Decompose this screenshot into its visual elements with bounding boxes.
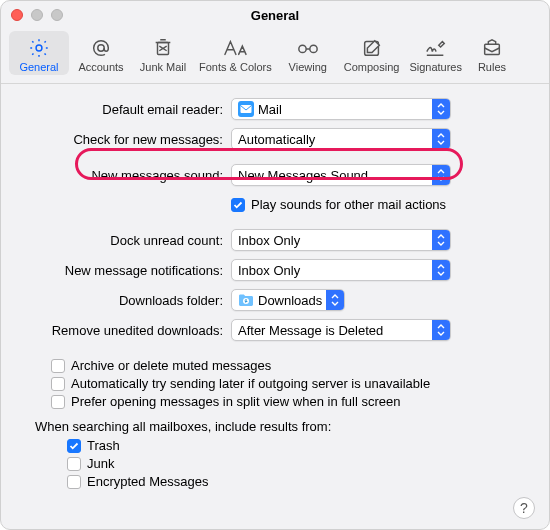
tab-label: Accounts: [78, 61, 123, 73]
check-new-select[interactable]: Automatically: [231, 128, 451, 150]
downloads-value: Downloads: [258, 293, 326, 308]
remove-unedited-value: After Message is Deleted: [238, 323, 432, 338]
minimize-icon[interactable]: [31, 9, 43, 21]
help-button[interactable]: ?: [513, 497, 535, 519]
rules-icon: [481, 35, 503, 61]
zoom-icon[interactable]: [51, 9, 63, 21]
checkbox-icon: [67, 439, 81, 453]
compose-icon: [361, 35, 383, 61]
checkbox-icon: [67, 475, 81, 489]
svg-point-0: [36, 45, 42, 51]
window-controls: [11, 9, 63, 21]
split-view-checkbox[interactable]: Prefer opening messages in split view wh…: [51, 394, 531, 409]
dock-unread-value: Inbox Only: [238, 233, 432, 248]
mail-app-icon: [238, 101, 254, 117]
default-reader-select[interactable]: Mail: [231, 98, 451, 120]
remove-unedited-label: Remove unedited downloads:: [19, 323, 231, 338]
default-reader-label: Default email reader:: [19, 102, 231, 117]
trash-bin-icon: [152, 35, 174, 61]
checkbox-icon: [51, 359, 65, 373]
notifications-value: Inbox Only: [238, 263, 432, 278]
chevron-updown-icon: [326, 290, 344, 310]
chevron-updown-icon: [432, 260, 450, 280]
archive-muted-checkbox[interactable]: Archive or delete muted messages: [51, 358, 531, 373]
svg-point-1: [98, 45, 104, 51]
gear-icon: [28, 35, 50, 61]
preferences-window: General General Accounts Junk Mail Fonts…: [0, 0, 550, 530]
tab-general[interactable]: General: [9, 31, 69, 75]
svg-rect-8: [241, 105, 252, 113]
tab-label: Signatures: [409, 61, 462, 73]
at-icon: [90, 35, 112, 61]
tab-label: General: [19, 61, 58, 73]
preferences-toolbar: General Accounts Junk Mail Fonts & Color…: [1, 29, 549, 84]
checkbox-icon: [51, 377, 65, 391]
dock-unread-label: Dock unread count:: [19, 233, 231, 248]
chevron-updown-icon: [432, 320, 450, 340]
include-trash-checkbox[interactable]: Trash: [67, 438, 531, 453]
auto-retry-checkbox[interactable]: Automatically try sending later if outgo…: [51, 376, 531, 391]
chevron-updown-icon: [432, 165, 450, 185]
play-other-sounds-label: Play sounds for other mail actions: [251, 197, 446, 212]
downloads-select[interactable]: Downloads: [231, 289, 345, 311]
tab-composing[interactable]: Composing: [340, 31, 404, 75]
new-sound-select[interactable]: New Messages Sound: [231, 164, 451, 186]
tab-label: Fonts & Colors: [199, 61, 272, 73]
tab-accounts[interactable]: Accounts: [71, 31, 131, 75]
tab-label: Composing: [344, 61, 400, 73]
close-icon[interactable]: [11, 9, 23, 21]
default-reader-value: Mail: [258, 102, 432, 117]
include-trash-label: Trash: [87, 438, 120, 453]
remove-unedited-select[interactable]: After Message is Deleted: [231, 319, 451, 341]
fonts-icon: [222, 35, 248, 61]
auto-retry-label: Automatically try sending later if outgo…: [71, 376, 430, 391]
chevron-updown-icon: [432, 129, 450, 149]
window-title: General: [251, 8, 299, 23]
new-sound-label: New messages sound:: [19, 168, 231, 183]
include-encrypted-checkbox[interactable]: Encrypted Messages: [67, 474, 531, 489]
signature-icon: [424, 35, 448, 61]
dock-unread-select[interactable]: Inbox Only: [231, 229, 451, 251]
svg-point-3: [299, 45, 306, 52]
tab-label: Junk Mail: [140, 61, 186, 73]
chevron-updown-icon: [432, 99, 450, 119]
new-sound-value: New Messages Sound: [238, 168, 432, 183]
tab-junk-mail[interactable]: Junk Mail: [133, 31, 193, 75]
tab-fonts-colors[interactable]: Fonts & Colors: [195, 31, 276, 75]
include-junk-checkbox[interactable]: Junk: [67, 456, 531, 471]
checkbox-icon: [51, 395, 65, 409]
glasses-icon: [295, 35, 321, 61]
tab-signatures[interactable]: Signatures: [405, 31, 466, 75]
check-new-value: Automatically: [238, 132, 432, 147]
tab-rules[interactable]: Rules: [468, 31, 516, 75]
check-new-label: Check for new messages:: [19, 132, 231, 147]
split-view-label: Prefer opening messages in split view wh…: [71, 394, 401, 409]
checkbox-icon: [231, 198, 245, 212]
tab-label: Rules: [478, 61, 506, 73]
titlebar: General: [1, 1, 549, 29]
downloads-label: Downloads folder:: [19, 293, 231, 308]
include-junk-label: Junk: [87, 456, 114, 471]
svg-point-4: [310, 45, 317, 52]
general-panel: Default email reader: Mail Check for new…: [1, 84, 549, 502]
help-icon: ?: [520, 500, 528, 516]
search-include-heading: When searching all mailboxes, include re…: [21, 419, 531, 434]
tab-viewing[interactable]: Viewing: [278, 31, 338, 75]
notifications-select[interactable]: Inbox Only: [231, 259, 451, 281]
folder-icon: [238, 292, 254, 308]
archive-muted-label: Archive or delete muted messages: [71, 358, 271, 373]
play-other-sounds-checkbox[interactable]: Play sounds for other mail actions: [231, 197, 531, 212]
tab-label: Viewing: [289, 61, 327, 73]
include-encrypted-label: Encrypted Messages: [87, 474, 208, 489]
chevron-updown-icon: [432, 230, 450, 250]
notifications-label: New message notifications:: [19, 263, 231, 278]
checkbox-icon: [67, 457, 81, 471]
